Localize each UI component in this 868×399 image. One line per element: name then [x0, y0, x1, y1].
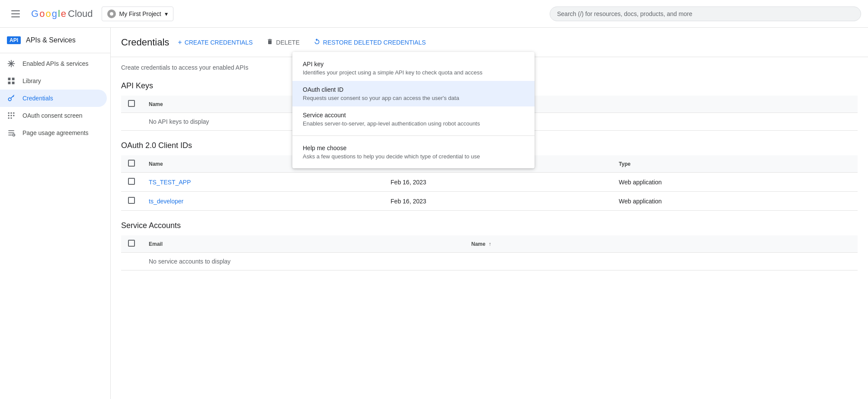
- oauth-type-header: Type: [612, 155, 858, 173]
- menu-button[interactable]: [7, 5, 24, 23]
- sidebar-item-page-usage[interactable]: Page usage agreements: [0, 124, 107, 142]
- top-header: Google Cloud My First Project ▾ Search (…: [0, 0, 868, 28]
- api-keys-select-all-header: [121, 96, 142, 113]
- hamburger-icon: [11, 10, 20, 17]
- key-icon: [7, 94, 16, 103]
- search-placeholder: Search (/) for resources, docs, products…: [557, 10, 692, 17]
- sidebar-item-credentials[interactable]: Credentials: [0, 90, 107, 107]
- sidebar-label-enabled-apis: Enabled APIs & services: [22, 60, 89, 67]
- page-toolbar: Credentials + CREATE CREDENTIALS DELETE: [111, 28, 868, 57]
- delete-icon: [266, 38, 273, 46]
- delete-label: DELETE: [276, 39, 299, 46]
- sa-empty-message: No service accounts to display: [142, 253, 858, 270]
- sidebar-item-enabled-apis[interactable]: Enabled APIs & services: [0, 55, 107, 72]
- svg-point-14: [13, 115, 14, 116]
- sa-name-header[interactable]: Name ↑: [464, 235, 858, 253]
- google-cloud-logo: Google Cloud: [31, 8, 93, 19]
- svg-point-11: [13, 113, 14, 114]
- project-name: My First Project: [119, 10, 161, 17]
- sa-email-header: Email: [142, 235, 464, 253]
- sa-select-all-checkbox[interactable]: [128, 240, 135, 247]
- main-layout: API APIs & Services Enabled APIs & servi…: [0, 28, 868, 399]
- sidebar-divider: [0, 53, 110, 53]
- dots-grid-icon: [7, 111, 16, 120]
- svg-point-8: [8, 98, 11, 101]
- sa-empty-row: No service accounts to display: [121, 253, 858, 270]
- sidebar: API APIs & Services Enabled APIs & servi…: [0, 28, 111, 399]
- create-credentials-label: CREATE CREDENTIALS: [185, 39, 253, 46]
- oauth-row2-checkbox[interactable]: [128, 197, 135, 204]
- svg-rect-7: [12, 82, 15, 84]
- project-icon: [107, 10, 116, 18]
- api-key-title: API key: [303, 61, 524, 68]
- search-bar[interactable]: Search (/) for resources, docs, products…: [550, 6, 861, 21]
- create-credentials-button[interactable]: + CREATE CREDENTIALS: [173, 35, 258, 50]
- sidebar-label-credentials: Credentials: [22, 95, 53, 102]
- svg-point-10: [10, 113, 12, 114]
- svg-point-12: [8, 115, 10, 116]
- plus-icon: +: [178, 39, 182, 46]
- svg-point-20: [13, 134, 15, 136]
- sa-name-sort-icon: ↑: [489, 241, 491, 247]
- api-keys-select-all-checkbox[interactable]: [128, 100, 135, 107]
- sidebar-item-oauth-consent[interactable]: OAuth consent screen: [0, 107, 107, 124]
- oauth-row2-date: Feb 16, 2023: [384, 192, 612, 211]
- oauth-row1-date: Feb 16, 2023: [384, 173, 612, 192]
- sidebar-label-oauth-consent: OAuth consent screen: [22, 112, 83, 119]
- sidebar-label-library: Library: [22, 77, 41, 84]
- sidebar-item-library[interactable]: Library: [0, 72, 107, 90]
- help-choose-desc: Asks a few questions to help you decide …: [303, 153, 524, 160]
- svg-point-15: [8, 117, 10, 119]
- delete-button[interactable]: DELETE: [261, 35, 304, 50]
- svg-point-13: [10, 115, 12, 116]
- oauth-row1-checkbox[interactable]: [128, 178, 135, 185]
- svg-point-9: [8, 113, 10, 114]
- svg-rect-4: [8, 78, 11, 80]
- svg-rect-5: [12, 78, 15, 80]
- restore-deleted-credentials-button[interactable]: RESTORE DELETED CREDENTIALS: [308, 35, 431, 50]
- service-accounts-table: Email Name ↑ No service accounts to disp…: [121, 235, 858, 270]
- oauth-row1-type: Web application: [612, 173, 858, 192]
- asterisk-icon: [7, 59, 16, 68]
- dropdown-separator: [292, 135, 535, 136]
- page-title: Credentials: [121, 37, 169, 48]
- svg-point-16: [10, 117, 12, 119]
- dropdown-item-help-choose[interactable]: Help me choose Asks a few questions to h…: [292, 139, 535, 165]
- sa-select-all-header: [121, 235, 142, 253]
- oauth-client-id-title: OAuth client ID: [303, 86, 524, 93]
- oauth-select-all-checkbox[interactable]: [128, 160, 135, 167]
- svg-rect-6: [8, 82, 11, 84]
- project-selector[interactable]: My First Project ▾: [102, 6, 173, 21]
- restore-label: RESTORE DELETED CREDENTIALS: [323, 39, 426, 46]
- oauth-client-id-desc: Requests user consent so your app can ac…: [303, 95, 524, 101]
- content-area: Credentials + CREATE CREDENTIALS DELETE: [111, 28, 868, 399]
- api-key-desc: Identifies your project using a simple A…: [303, 69, 524, 76]
- service-account-title: Service account: [303, 112, 524, 119]
- help-choose-title: Help me choose: [303, 145, 524, 151]
- oauth-row2-name-link[interactable]: ts_developer: [149, 198, 183, 205]
- sidebar-label-page-usage: Page usage agreements: [22, 129, 89, 136]
- oauth-row2-type: Web application: [612, 192, 858, 211]
- service-accounts-section-header: Service Accounts: [121, 221, 858, 230]
- oauth-select-all-header: [121, 155, 142, 173]
- dropdown-item-service-account[interactable]: Service account Enables server-to-server…: [292, 106, 535, 132]
- service-account-desc: Enables server-to-server, app-level auth…: [303, 120, 524, 127]
- oauth-row1-name-link[interactable]: TS_TEST_APP: [149, 179, 191, 186]
- chevron-down-icon: ▾: [165, 10, 168, 17]
- table-row: TS_TEST_APP Feb 16, 2023 Web application: [121, 173, 858, 192]
- create-credentials-dropdown: API key Identifies your project using a …: [292, 52, 535, 168]
- restore-icon: [314, 38, 320, 46]
- sidebar-title: APIs & Services: [26, 36, 76, 44]
- api-badge: API: [7, 36, 21, 44]
- table-row: ts_developer Feb 16, 2023 Web applicatio…: [121, 192, 858, 211]
- dropdown-item-oauth-client-id[interactable]: OAuth client ID Requests user consent so…: [292, 81, 535, 106]
- grid-icon: [7, 77, 16, 85]
- sidebar-header: API APIs & Services: [0, 31, 110, 51]
- settings-list-icon: [7, 129, 16, 137]
- dropdown-item-api-key[interactable]: API key Identifies your project using a …: [292, 55, 535, 81]
